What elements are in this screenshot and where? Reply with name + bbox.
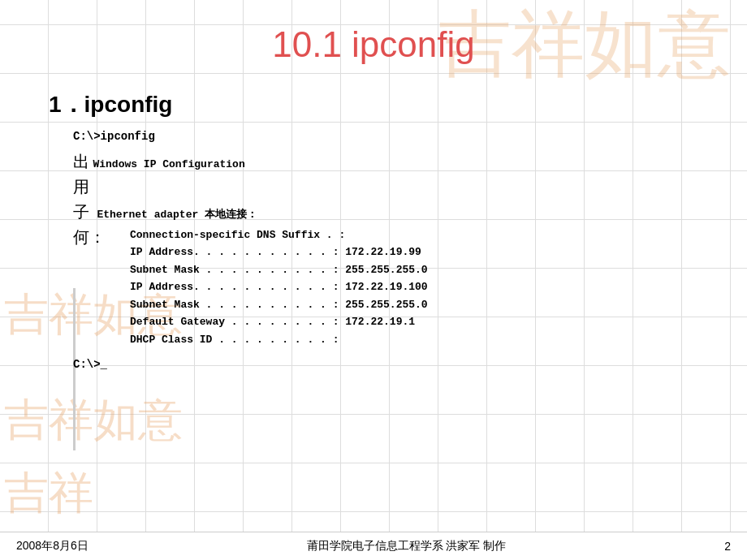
chinese-text-you: 用: [73, 178, 89, 196]
ethernet-adapter-label: Ethernet adapter 本地连接：: [97, 209, 257, 221]
footer-date: 2008年8月6日: [16, 539, 89, 554]
default-gateway: Default Gateway . . . . . . . . : 172.22…: [130, 313, 698, 330]
windows-ip-config: Windows IP Configuration: [93, 158, 244, 170]
watermark-left-btm2: 吉祥: [4, 471, 93, 515]
chinese-text-prefix: 出: [73, 153, 89, 170]
chinese-text-zi: 子: [73, 203, 89, 221]
dhcp-class-id: DHCP Class ID . . . . . . . . . :: [130, 331, 698, 348]
subnet-mask-2: Subnet Mask . . . . . . . . . . : 255.25…: [130, 296, 698, 313]
page-title: 10.1 ipconfig: [49, 24, 698, 65]
ip-address-1: IP Address. . . . . . . . . . . : 172.22…: [130, 243, 698, 261]
cmd-prompt-line: C:\>ipconfig: [73, 130, 698, 143]
subnet-mask-1: Subnet Mask . . . . . . . . . . : 255.25…: [130, 261, 698, 278]
watermark-left-bot: 吉祥如意: [4, 398, 183, 442]
section-heading: 1．ipconfig: [49, 89, 698, 120]
footer: 2008年8月6日 莆田学院电子信息工程学系 洪家军 制作 2: [0, 532, 747, 560]
chinese-text-he: 何：: [73, 226, 106, 248]
ip-address-2: IP Address. . . . . . . . . . . : 172.22…: [130, 278, 698, 295]
dns-suffix-line: Connection-specific DNS Suffix . :: [130, 226, 698, 243]
cmd-end-line: C:\>_: [73, 358, 698, 371]
footer-page: 2: [724, 540, 731, 553]
footer-institution: 莆田学院电子信息工程学系 洪家军 制作: [307, 539, 507, 554]
